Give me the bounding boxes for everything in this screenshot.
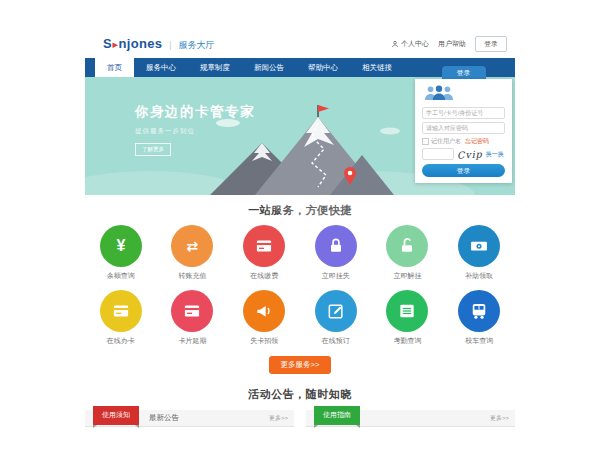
guide-panel-body (306, 427, 515, 436)
service-label: 转账充值 (157, 271, 229, 281)
logo-subtitle: 服务大厅 (179, 39, 215, 52)
list-icon (397, 301, 417, 321)
nav-item[interactable]: 相关链接 (350, 58, 404, 77)
lock-icon (326, 236, 346, 256)
captcha-image: Cvip (457, 148, 483, 160)
service-label: 失卡招领 (228, 336, 300, 346)
card-icon (182, 301, 202, 321)
captcha-input[interactable] (422, 148, 454, 160)
personal-center-link[interactable]: 个人中心 (391, 39, 429, 49)
service-item: 补助领取 (443, 225, 515, 281)
tab-latest-announcements[interactable]: 最新公告 (149, 413, 179, 423)
unlock-icon (397, 236, 417, 256)
password-input[interactable] (422, 122, 505, 134)
notice-panel: 使用须知 最新公告 更多>> (85, 410, 294, 436)
account-input[interactable] (422, 107, 505, 119)
header-links: 个人中心 用户帮助 登录 (391, 36, 507, 52)
login-panel: 登录 记住用户名 忘记密码 (415, 66, 512, 183)
service-circle[interactable] (315, 225, 357, 267)
edit-icon (326, 301, 346, 321)
bus-icon (469, 301, 489, 321)
notice-panel-body (85, 427, 294, 436)
announcements-title: 活动公告，随时知晓 (85, 387, 515, 402)
service-circle[interactable] (100, 290, 142, 332)
captcha-refresh-link[interactable]: 换一换 (486, 150, 504, 159)
service-label: 补助领取 (443, 271, 515, 281)
guide-more-link[interactable]: 更多>> (490, 414, 509, 423)
top-header: S ▸ njones | 服务大厅 个人中心 用户帮助 登录 (85, 30, 515, 58)
users-icon (422, 85, 456, 100)
service-item: ¥余额查询 (85, 225, 157, 281)
hero-subtitle: 提供服务一步到位 (135, 127, 255, 136)
service-circle[interactable]: ¥ (100, 225, 142, 267)
hero-cta-button[interactable]: 了解更多 (135, 143, 171, 156)
logo-text: S (103, 36, 112, 51)
login-tab[interactable]: 登录 (442, 66, 486, 79)
card-icon (111, 301, 131, 321)
service-label: 余额查询 (85, 271, 157, 281)
service-label: 立即挂失 (300, 271, 372, 281)
service-circle[interactable] (243, 225, 285, 267)
banknote-icon (469, 236, 489, 256)
yuan-icon: ¥ (116, 238, 125, 254)
remember-label: 记住用户名 (431, 137, 461, 146)
service-item: 在线缴费 (228, 225, 300, 281)
services-section: 一站服务，方便快捷 ¥余额查询⇄转账充值在线缴费立即挂失立即解挂补助领取在线办卡… (85, 195, 515, 374)
page: S ▸ njones | 服务大厅 个人中心 用户帮助 登录 首页服务中心规章制… (85, 30, 515, 436)
logo-text: njones (119, 36, 163, 51)
hero-banner: 你身边的卡管专家 提供服务一步到位 了解更多 登录 记 (85, 77, 515, 195)
ribbon-tab-usage-notice[interactable]: 使用须知 (93, 406, 139, 425)
service-circle[interactable] (386, 225, 428, 267)
more-services-button[interactable]: 更多服务>> (269, 356, 332, 374)
service-circle[interactable] (458, 290, 500, 332)
service-item: 在线预订 (300, 290, 372, 346)
captcha-row: Cvip 换一换 (422, 148, 505, 160)
user-help-link[interactable]: 用户帮助 (438, 39, 466, 49)
service-label: 立即解挂 (372, 271, 444, 281)
service-circle[interactable] (171, 290, 213, 332)
logo-arrow-icon: ▸ (112, 38, 118, 51)
nav-item[interactable]: 服务中心 (134, 58, 188, 77)
announcement-panels: 使用须知 最新公告 更多>> 使用指南 更多>> (85, 410, 515, 436)
megaphone-icon (254, 301, 274, 321)
hero-text: 你身边的卡管专家 提供服务一步到位 了解更多 (135, 103, 255, 156)
user-help-label: 用户帮助 (438, 39, 466, 49)
notice-panel-header: 使用须知 最新公告 更多>> (85, 410, 294, 427)
service-label: 校车查询 (443, 336, 515, 346)
service-item: 在线办卡 (85, 290, 157, 346)
transfer-icon: ⇄ (187, 239, 199, 253)
service-item: 立即解挂 (372, 225, 444, 281)
logo[interactable]: S ▸ njones | 服务大厅 (103, 36, 215, 52)
service-circle[interactable] (458, 225, 500, 267)
logo-divider: | (169, 40, 171, 50)
service-item: 卡片延期 (157, 290, 229, 346)
service-item: 失卡招领 (228, 290, 300, 346)
ribbon-tab-usage-guide[interactable]: 使用指南 (314, 406, 360, 425)
hero-title: 你身边的卡管专家 (135, 103, 255, 121)
nav-item[interactable]: 新闻公告 (242, 58, 296, 77)
guide-panel-header: 使用指南 更多>> (306, 410, 515, 427)
service-label: 在线预订 (300, 336, 372, 346)
remember-row: 记住用户名 忘记密码 (422, 137, 505, 145)
service-circle[interactable] (243, 290, 285, 332)
nav-item[interactable]: 帮助中心 (296, 58, 350, 77)
service-circle[interactable]: ⇄ (171, 225, 213, 267)
login-form: 记住用户名 忘记密码 Cvip 换一换 登录 (415, 79, 512, 183)
service-label: 考勤查询 (372, 336, 444, 346)
forgot-password-link[interactable]: 忘记密码 (465, 137, 489, 146)
service-label: 在线办卡 (85, 336, 157, 346)
person-icon (391, 40, 399, 48)
service-circle[interactable] (315, 290, 357, 332)
service-circle[interactable] (386, 290, 428, 332)
personal-center-label: 个人中心 (401, 39, 429, 49)
service-item: 立即挂失 (300, 225, 372, 281)
header-login-button[interactable]: 登录 (475, 36, 507, 52)
nav-item[interactable]: 规章制度 (188, 58, 242, 77)
service-label: 在线缴费 (228, 271, 300, 281)
notice-more-link[interactable]: 更多>> (269, 414, 288, 423)
remember-checkbox[interactable] (422, 138, 429, 145)
announcements-section: 活动公告，随时知晓 使用须知 最新公告 更多>> 使用指南 更多>> (85, 387, 515, 436)
service-item: ⇄转账充值 (157, 225, 229, 281)
nav-item[interactable]: 首页 (95, 58, 134, 77)
login-submit-button[interactable]: 登录 (422, 164, 505, 177)
